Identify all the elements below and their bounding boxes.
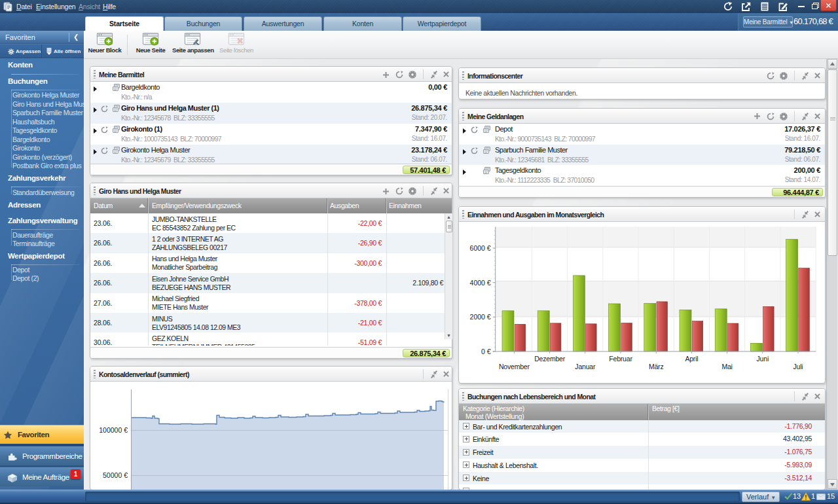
svg-text:100000 €: 100000 € <box>99 426 128 434</box>
svg-text:0 €: 0 € <box>481 347 491 355</box>
svg-text:Dezember: Dezember <box>534 354 566 362</box>
svg-text:Juli: Juli <box>793 362 803 370</box>
svg-text:April: April <box>685 354 698 362</box>
svg-text:Februar: Februar <box>609 354 632 362</box>
svg-text:Januar: Januar <box>575 362 596 370</box>
svg-text:6000 €: 6000 € <box>470 244 491 252</box>
svg-text:4000 €: 4000 € <box>470 278 491 286</box>
svg-text:Juni: Juni <box>757 354 769 362</box>
svg-text:50000 €: 50000 € <box>103 471 128 479</box>
svg-text:Mai: Mai <box>721 362 732 370</box>
svg-text:März: März <box>649 362 664 370</box>
svg-text:November: November <box>499 362 530 370</box>
svg-text:2000 €: 2000 € <box>470 313 491 321</box>
